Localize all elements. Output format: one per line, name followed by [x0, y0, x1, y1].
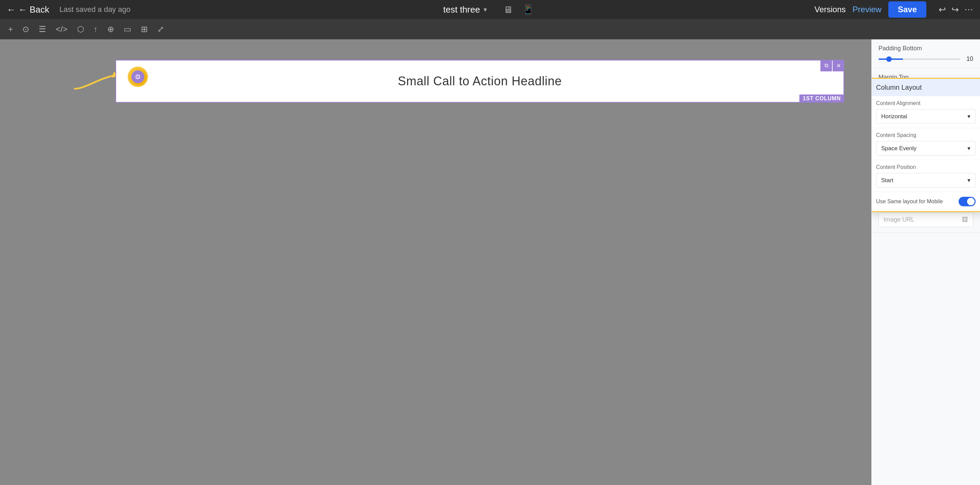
image-upload-icon: 🖼	[962, 216, 968, 223]
back-arrow-icon: ←	[7, 5, 16, 15]
bg-image-placeholder: Image URL	[884, 216, 915, 223]
column-tag: 1ST COLUMN	[799, 94, 844, 103]
toolbar: + ⊙ ☰ </> ⬡ ↑ ⊕ ▭ ⊞ ⤢	[0, 19, 980, 40]
top-bar: ← ← Back Last saved a day ago test three…	[0, 0, 980, 19]
add-icon[interactable]: +	[8, 24, 13, 34]
settings-icon: ⚙	[131, 70, 144, 83]
save-button[interactable]: Save	[888, 2, 926, 18]
block-headline: Small Call to Action Headline	[116, 61, 843, 102]
padding-bottom-section: Padding Bottom 10	[872, 40, 980, 68]
upload-icon[interactable]: ↑	[94, 24, 98, 34]
bg-image-section: BG Image Image URL 🖼 Column Layout Conte…	[872, 196, 980, 233]
layers-icon[interactable]: ⊙	[22, 24, 29, 34]
block-actions: ⧉ ✕	[820, 60, 844, 71]
canvas: ⚙ ⧉ ✕ Small Call to Action Headline 1ST …	[0, 40, 871, 485]
main-area: ⚙ ⧉ ✕ Small Call to Action Headline 1ST …	[0, 40, 980, 485]
desktop-view-button[interactable]: 🖥	[501, 3, 515, 17]
page-title-text: test three	[443, 5, 480, 15]
settings-circle-button[interactable]: ⚙	[128, 67, 148, 87]
padding-bottom-slider[interactable]	[878, 59, 960, 60]
embed-icon[interactable]: ⤢	[157, 24, 164, 34]
top-bar-right: Versions Preview Save ↩ ↪ ⋯	[815, 2, 973, 18]
mobile-layout-toggle[interactable]	[959, 197, 975, 206]
content-position-dropdown[interactable]: Start ▾	[876, 173, 975, 188]
chevron-down-icon: ▾	[484, 5, 487, 14]
block-duplicate-button[interactable]: ⧉	[820, 60, 832, 71]
right-panel: Padding Bottom 10 Margin Top 0 Margin Bo…	[871, 40, 980, 485]
content-spacing-value: Space Evenly	[881, 145, 916, 152]
content-position-value: Start	[881, 177, 893, 184]
section-icon[interactable]: ▭	[124, 24, 131, 34]
elements-icon[interactable]: ⬡	[77, 24, 84, 34]
grid-icon[interactable]: ⊞	[141, 24, 148, 34]
mobile-layout-row: Use Same layout for Mobile	[871, 192, 980, 211]
content-alignment-value: Horizontal	[881, 113, 907, 120]
content-position-row: Content Position Start ▾	[871, 160, 980, 192]
padding-bottom-slider-row: 10	[878, 56, 973, 62]
device-buttons: 🖥 📱	[501, 3, 537, 17]
content-alignment-chevron-icon: ▾	[967, 113, 970, 120]
more-options-button[interactable]: ⋯	[964, 5, 973, 15]
mobile-layout-label: Use Same layout for Mobile	[876, 198, 943, 204]
back-label: ← Back	[18, 5, 49, 15]
content-spacing-label: Content Spacing	[876, 132, 975, 138]
content-alignment-row: Content Alignment Horizontal ▾	[871, 96, 980, 128]
content-spacing-chevron-icon: ▾	[967, 145, 970, 152]
content-alignment-label: Content Alignment	[876, 100, 975, 106]
block-delete-button[interactable]: ✕	[833, 60, 844, 71]
preview-button[interactable]: Preview	[853, 5, 881, 14]
content-position-label: Content Position	[876, 164, 975, 170]
undo-button[interactable]: ↩	[939, 5, 946, 15]
content-spacing-row: Content Spacing Space Evenly ▾	[871, 128, 980, 160]
redo-button[interactable]: ↪	[951, 5, 959, 15]
top-bar-center: test three ▾ 🖥 📱	[443, 3, 536, 17]
pages-icon[interactable]: ☰	[39, 24, 46, 34]
column-layout-title: Column Layout	[871, 79, 980, 96]
form-icon[interactable]: ⊕	[107, 24, 114, 34]
column-layout-popup: Column Layout Content Alignment Horizont…	[871, 78, 980, 212]
last-saved-text: Last saved a day ago	[59, 5, 130, 14]
padding-bottom-label: Padding Bottom	[878, 45, 973, 52]
mobile-view-button[interactable]: 📱	[520, 3, 537, 17]
top-bar-actions: ↩ ↪ ⋯	[939, 5, 973, 15]
content-alignment-dropdown[interactable]: Horizontal ▾	[876, 109, 975, 124]
back-button[interactable]: ← ← Back	[7, 5, 49, 15]
versions-button[interactable]: Versions	[815, 5, 846, 14]
content-block: ⧉ ✕ Small Call to Action Headline 1ST CO…	[115, 60, 844, 103]
code-icon[interactable]: </>	[56, 24, 68, 34]
content-position-chevron-icon: ▾	[967, 177, 970, 184]
padding-bottom-value: 10	[964, 56, 973, 62]
bg-image-url-row[interactable]: Image URL 🖼	[878, 212, 973, 227]
popup-body: Content Alignment Horizontal ▾ Content S…	[871, 96, 980, 211]
page-title-button[interactable]: test three ▾	[443, 5, 487, 15]
content-spacing-dropdown[interactable]: Space Evenly ▾	[876, 141, 975, 156]
